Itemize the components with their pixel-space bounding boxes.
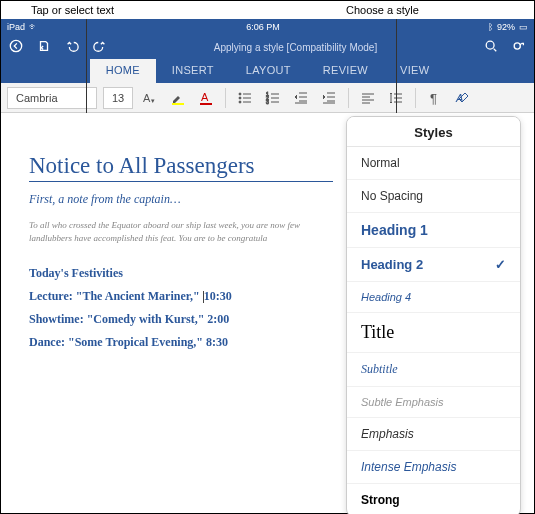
tab-home[interactable]: HOME xyxy=(90,59,156,83)
font-family-selector[interactable]: Cambria xyxy=(7,87,97,109)
check-icon: ✓ xyxy=(495,257,506,272)
style-option-heading-1[interactable]: Heading 1 xyxy=(347,213,520,248)
doc-heading-2[interactable]: Today's Festivities xyxy=(29,266,333,281)
svg-point-2 xyxy=(514,43,520,49)
style-option-normal[interactable]: Normal xyxy=(347,147,520,180)
styles-popover-title: Styles xyxy=(347,117,520,147)
svg-text:3: 3 xyxy=(266,99,269,105)
style-option-title[interactable]: Title xyxy=(347,313,520,353)
style-option-label: Intense Emphasis xyxy=(361,460,456,474)
doc-body-text[interactable]: To all who crossed the Equator aboard ou… xyxy=(29,219,333,244)
decrease-indent-button[interactable] xyxy=(290,87,312,109)
svg-point-10 xyxy=(239,101,241,103)
svg-rect-7 xyxy=(200,103,212,105)
style-option-label: Heading 1 xyxy=(361,222,428,238)
svg-point-1 xyxy=(486,41,494,49)
svg-text:A: A xyxy=(201,91,209,103)
style-option-label: Subtle Emphasis xyxy=(361,396,444,408)
svg-text:▾: ▾ xyxy=(151,97,155,104)
ribbon: Cambria 13 A▾ A 123 ¶ A xyxy=(1,83,534,113)
bluetooth-icon: ᛒ xyxy=(488,22,493,32)
bullets-button[interactable] xyxy=(234,87,256,109)
search-button[interactable] xyxy=(484,39,498,55)
svg-text:¶: ¶ xyxy=(430,91,437,106)
style-option-heading-2[interactable]: Heading 2✓ xyxy=(347,248,520,282)
svg-rect-5 xyxy=(172,103,184,105)
highlight-button[interactable] xyxy=(167,87,189,109)
style-option-label: Heading 2 xyxy=(361,257,423,272)
doc-heading-1[interactable]: Notice to All Passengers xyxy=(29,153,333,182)
style-option-label: Title xyxy=(361,322,394,343)
style-option-subtle-emphasis[interactable]: Subtle Emphasis xyxy=(347,387,520,418)
status-bar: iPad ᯤ 6:06 PM ᛒ 92% ▭ xyxy=(1,19,534,35)
battery-icon: ▭ xyxy=(519,22,528,32)
wifi-icon: ᯤ xyxy=(29,22,38,32)
increase-indent-button[interactable] xyxy=(318,87,340,109)
style-option-label: Heading 4 xyxy=(361,291,411,303)
style-option-heading-4[interactable]: Heading 4 xyxy=(347,282,520,313)
styles-popover: Styles NormalNo SpacingHeading 1Heading … xyxy=(346,116,521,514)
paragraph-marks-button[interactable]: ¶ xyxy=(424,87,446,109)
clock: 6:06 PM xyxy=(246,22,280,32)
ribbon-tabs: HOME INSERT LAYOUT REVIEW VIEW xyxy=(1,59,534,83)
undo-button[interactable] xyxy=(65,39,79,55)
font-size-selector[interactable]: 13 xyxy=(103,87,133,109)
callout-choose-style: Choose a style xyxy=(346,4,419,16)
numbering-button[interactable]: 123 xyxy=(262,87,284,109)
font-formatting-button[interactable]: A▾ xyxy=(139,87,161,109)
doc-event-3[interactable]: Dance: "Some Tropical Evening," 8:30 xyxy=(29,335,333,350)
style-option-emphasis[interactable]: Emphasis xyxy=(347,418,520,451)
style-option-no-spacing[interactable]: No Spacing xyxy=(347,180,520,213)
tab-review[interactable]: REVIEW xyxy=(307,59,384,83)
carrier-label: iPad xyxy=(7,22,25,32)
style-option-label: Emphasis xyxy=(361,427,414,441)
file-actions-button[interactable] xyxy=(37,39,51,55)
style-option-subtitle[interactable]: Subtitle xyxy=(347,353,520,387)
doc-subtitle[interactable]: First, a note from the captain… xyxy=(29,192,333,207)
back-button[interactable] xyxy=(9,39,23,55)
tab-layout[interactable]: LAYOUT xyxy=(230,59,307,83)
share-button[interactable] xyxy=(512,39,526,55)
style-option-label: Subtitle xyxy=(361,362,398,377)
redo-button[interactable] xyxy=(93,39,107,55)
battery-percent: 92% xyxy=(497,22,515,32)
align-button[interactable] xyxy=(357,87,379,109)
font-color-button[interactable]: A xyxy=(195,87,217,109)
style-option-label: Normal xyxy=(361,156,400,170)
style-option-intense-emphasis[interactable]: Intense Emphasis xyxy=(347,451,520,484)
tab-view[interactable]: VIEW xyxy=(384,59,445,83)
style-option-label: No Spacing xyxy=(361,189,423,203)
svg-point-0 xyxy=(10,40,21,51)
svg-point-8 xyxy=(239,93,241,95)
doc-event-1[interactable]: Lecture: "The Ancient Mariner," 10:30 xyxy=(29,289,333,304)
tab-insert[interactable]: INSERT xyxy=(156,59,230,83)
svg-text:A: A xyxy=(143,92,151,104)
doc-event-2[interactable]: Showtime: "Comedy with Kurst," 2:00 xyxy=(29,312,333,327)
document-title: Applying a style [Compatibility Mode] xyxy=(107,42,484,53)
style-option-label: Strong xyxy=(361,493,400,507)
title-bar: Applying a style [Compatibility Mode] xyxy=(1,35,534,59)
svg-point-9 xyxy=(239,97,241,99)
styles-button[interactable]: A xyxy=(452,87,474,109)
callout-tap-text: Tap or select text xyxy=(31,4,114,16)
style-option-strong[interactable]: Strong xyxy=(347,484,520,514)
